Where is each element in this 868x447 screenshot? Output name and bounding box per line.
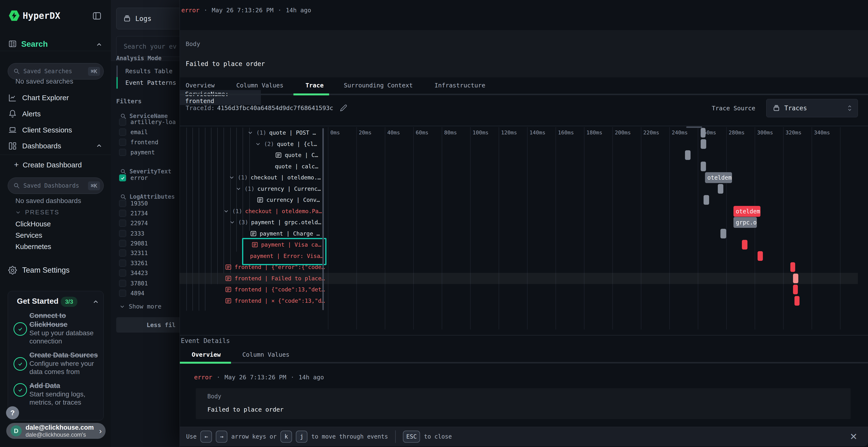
search-collapse-chevron-icon[interactable] — [95, 41, 103, 48]
service-chip[interactable]: ServiceName: frontend — [180, 90, 261, 105]
chevron-down-icon[interactable] — [229, 219, 235, 226]
get-started-item-title[interactable]: Add Data — [29, 381, 102, 390]
span-duration-bar[interactable] — [793, 274, 798, 283]
tree-vertical-scrollbar[interactable] — [322, 128, 324, 310]
filter-option-22974[interactable]: 22974 — [119, 220, 148, 227]
filter-option-19350[interactable]: 19350 — [119, 200, 148, 207]
chevron-down-icon[interactable] — [228, 174, 235, 181]
trace-span-row[interactable]: (2)quote | {cl… — [255, 138, 317, 150]
checkbox[interactable] — [119, 220, 126, 227]
tab-overview[interactable]: Overview — [186, 82, 215, 89]
help-button[interactable]: ? — [6, 406, 19, 419]
filter-option-34423[interactable]: 34423 — [119, 270, 148, 276]
checkbox[interactable] — [119, 249, 126, 256]
checkbox[interactable] — [119, 230, 126, 237]
filter-option-payment[interactable]: payment — [119, 149, 155, 156]
trace-span-row[interactable]: (1)checkout | oteldemo.… — [228, 172, 321, 183]
filter-option-email[interactable]: email — [119, 129, 148, 136]
checkbox[interactable] — [119, 149, 126, 156]
filter-option-37801[interactable]: 37801 — [119, 280, 148, 287]
get-started-item-title[interactable]: Create Data Sources — [29, 351, 102, 359]
chevron-down-icon[interactable] — [255, 141, 261, 147]
span-duration-bar[interactable] — [685, 150, 691, 160]
sidebar-item-search[interactable]: Search — [21, 39, 48, 49]
span-duration-bar[interactable] — [757, 251, 763, 261]
span-duration-bar[interactable] — [701, 128, 706, 138]
trace-span-row[interactable]: frontend | Failed to place… — [225, 273, 325, 284]
tab-infrastructure[interactable]: Infrastructure — [434, 82, 485, 89]
tab-surrounding-context[interactable]: Surrounding Context — [344, 82, 413, 89]
span-duration-chip[interactable]: oteldem — [734, 206, 761, 217]
filter-option-33261[interactable]: 33261 — [119, 260, 148, 267]
checkbox[interactable] — [119, 139, 126, 146]
checkbox[interactable] — [119, 240, 126, 247]
ed-tab-overview[interactable]: Overview — [192, 351, 221, 358]
filter-option-error[interactable]: error — [119, 174, 148, 181]
preset-item-services[interactable]: Services — [16, 232, 42, 239]
less-filters-button[interactable]: Less fil — [116, 317, 189, 333]
event-search-input[interactable]: Search your ev — [116, 36, 189, 57]
filter-option-2333[interactable]: 2333 — [119, 230, 145, 237]
filter-option-4894[interactable]: 4894 — [119, 290, 145, 297]
checkbox[interactable] — [119, 280, 126, 287]
chevron-down-icon[interactable] — [223, 208, 229, 214]
span-duration-bar[interactable] — [790, 262, 795, 272]
analysis-mode-event-patterns[interactable]: Event Patterns — [125, 79, 176, 86]
create-dashboard-button[interactable]: Create Dashboard — [23, 161, 82, 169]
span-duration-chip[interactable]: grpc.o — [734, 217, 757, 228]
get-started-collapse-chevron-icon[interactable] — [92, 298, 99, 305]
trace-span-row[interactable]: (3)payment | grpc.oteld… — [229, 217, 321, 228]
span-duration-bar[interactable] — [795, 296, 800, 306]
search-icon[interactable] — [120, 168, 127, 175]
search-icon[interactable] — [120, 194, 127, 200]
checkbox[interactable] — [119, 260, 126, 267]
trace-span-row[interactable]: quote | calc… — [275, 161, 318, 172]
trace-span-row[interactable]: payment | Charge … — [250, 228, 320, 239]
span-duration-bar[interactable] — [704, 195, 709, 205]
checkbox-checked[interactable] — [119, 174, 126, 181]
filter-option-29081[interactable]: 29081 — [119, 240, 148, 247]
preset-item-clickhouse[interactable]: ClickHouse — [16, 220, 51, 228]
get-started-item-title[interactable]: Connect to ClickHouse — [29, 311, 102, 329]
trace-source-select[interactable]: Traces — [766, 99, 858, 117]
analysis-mode-results-table[interactable]: Results Table — [125, 68, 173, 75]
checkbox[interactable] — [119, 290, 126, 297]
span-duration-chip[interactable]: oteldem — [705, 172, 732, 183]
chevron-down-icon[interactable] — [247, 130, 253, 136]
trace-span-row[interactable]: (1)checkout | oteldemo.Pa… — [223, 206, 322, 217]
span-duration-bar[interactable] — [701, 139, 707, 149]
sidebar-item-chart-explorer[interactable]: Chart Explorer — [8, 94, 69, 102]
saved-dashboards-input[interactable]: Saved Dashboards ⌘K — [8, 177, 104, 194]
span-duration-bar[interactable] — [720, 229, 726, 238]
filter-option-21734[interactable]: 21734 — [119, 210, 148, 217]
show-more-button[interactable]: Show more — [119, 303, 161, 310]
trace-span-row[interactable]: frontend | × {"code":13,"d… — [225, 295, 325, 307]
user-menu[interactable]: D dale@clickhouse.com dale@clickhouse.co… — [6, 423, 105, 439]
source-select[interactable]: Logs — [116, 8, 189, 29]
sidebar-item-client-sessions[interactable]: Client Sessions — [8, 126, 72, 134]
presets-header[interactable]: PRESETS — [15, 209, 59, 216]
checkbox[interactable] — [119, 200, 126, 207]
sidebar-item-team-settings[interactable]: Team Settings — [8, 266, 69, 275]
tab-trace[interactable]: Trace — [306, 82, 323, 89]
tab-column-values[interactable]: Column Values — [236, 82, 283, 89]
filter-option-32311[interactable]: 32311 — [119, 249, 148, 256]
trace-span-row[interactable]: (1)quote | POST … — [247, 127, 316, 138]
span-duration-bar[interactable] — [742, 240, 748, 249]
ed-tab-column-values[interactable]: Column Values — [242, 351, 289, 358]
close-panel-button[interactable]: ✕ — [850, 431, 858, 442]
saved-searches-input[interactable]: Saved Searches ⌘K — [8, 63, 104, 79]
trace-span-row[interactable]: currency | Conv… — [257, 194, 320, 206]
timeline-horizontal-scrollbar[interactable] — [686, 127, 702, 128]
preset-item-kubernetes[interactable]: Kubernetes — [16, 243, 51, 251]
dashboards-collapse-chevron-icon[interactable] — [95, 142, 103, 149]
checkbox[interactable] — [119, 210, 126, 217]
trace-span-row[interactable]: (1)currency | Currenc… — [235, 183, 321, 195]
sidebar-item-alerts[interactable]: Alerts — [8, 110, 41, 118]
edit-pencil-icon[interactable] — [340, 104, 347, 111]
filter-option-frontend[interactable]: frontend — [119, 139, 158, 146]
span-duration-bar[interactable] — [793, 285, 798, 294]
span-duration-bar[interactable] — [718, 184, 723, 194]
collapse-sidebar-icon[interactable] — [92, 11, 102, 21]
checkbox[interactable] — [119, 118, 126, 126]
